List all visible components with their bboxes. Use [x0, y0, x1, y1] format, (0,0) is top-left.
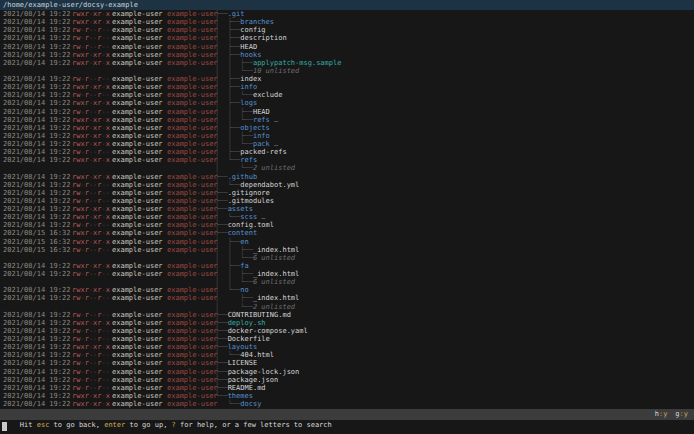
tree-cell: │ └──2 unlisted: [215, 164, 295, 172]
tree-row[interactable]: 2021/08/14 19:22rw-r--r--example-userexa…: [0, 270, 694, 278]
entry-name: objects: [240, 124, 270, 132]
owner: example-user: [112, 376, 163, 384]
tree-row[interactable]: 2021/08/14 19:22rw-r--r--example-userexa…: [0, 294, 694, 302]
tree-row[interactable]: 2021/08/14 19:22rwxr-xr-xexample-userexa…: [0, 132, 694, 140]
tree-row[interactable]: 2021/08/14 19:22rwxr-xr-xexample-userexa…: [0, 83, 694, 91]
entry-name: .github: [228, 173, 258, 181]
flag-h: h:y: [655, 410, 668, 418]
tree-row[interactable]: 2021/08/14 19:22rwxr-xr-xexample-userexa…: [0, 262, 694, 270]
tree-branch-lines: │ └──: [215, 181, 240, 189]
current-path[interactable]: /home/example-user/docsy-example: [0, 0, 694, 10]
tree-row[interactable]: 2021/08/14 19:22rw-r--r--example-userexa…: [0, 327, 694, 335]
tree-row[interactable]: 2021/08/14 19:22rw-r--r--example-userexa…: [0, 384, 694, 392]
tree-row[interactable]: 2021/08/14 19:22rwxr-xr-xexample-userexa…: [0, 140, 694, 148]
owner: example-user: [112, 75, 163, 83]
tree-row[interactable]: 2021/08/14 19:22rwxr-xr-xexample-userexa…: [0, 213, 694, 221]
modified-date: 2021/08/14 19:22: [3, 351, 70, 359]
tree-cell: ├──.github: [215, 173, 257, 181]
owner: example-user: [112, 156, 163, 164]
tree-row[interactable]: 2021/08/14 19:22rwxr-xr-xexample-userexa…: [0, 205, 694, 213]
owner: example-user: [112, 18, 163, 26]
group: example-user: [167, 270, 218, 278]
tree-branch-lines: │ ├──: [215, 148, 240, 156]
owner: example-user: [112, 83, 163, 91]
entry-name: applypatch-msg.sample: [253, 59, 342, 67]
owner: example-user: [112, 335, 163, 343]
tree-row[interactable]: 2021/08/14 19:22rwxr-xr-xexample-userexa…: [0, 59, 694, 67]
tree-row[interactable]: 2021/08/14 19:22rw-r--r--example-userexa…: [0, 368, 694, 376]
tree-row[interactable]: │ └──2 unlisted: [0, 164, 694, 172]
group: example-user: [167, 335, 218, 343]
group: example-user: [167, 246, 218, 254]
tree-row[interactable]: 2021/08/14 19:22rwxr-xr-xexample-userexa…: [0, 156, 694, 164]
tree-row[interactable]: 2021/08/14 19:22rwxr-xr-xexample-userexa…: [0, 392, 694, 400]
tree-row[interactable]: 2021/08/14 19:22rw-r--r--example-userexa…: [0, 91, 694, 99]
group: example-user: [167, 18, 218, 26]
group: example-user: [167, 400, 218, 408]
tree-row[interactable]: 2021/08/14 19:22rwxr-xr-xexample-userexa…: [0, 99, 694, 107]
tree-cell: ├──assets: [215, 205, 253, 213]
search-input[interactable]: [0, 420, 694, 434]
tree-row[interactable]: 2021/08/14 19:22rw-r--r--example-userexa…: [0, 189, 694, 197]
owner: example-user: [112, 34, 163, 42]
tree-row[interactable]: 2021/08/14 19:22rwxr-xr-xexample-userexa…: [0, 51, 694, 59]
tree-row[interactable]: 2021/08/15 16:32rwxr-xr-xexample-userexa…: [0, 238, 694, 246]
tree-branch-lines: │ └──: [215, 303, 253, 311]
entry-name: assets: [228, 205, 253, 213]
tree-row[interactable]: 2021/08/14 19:22rw-r--r--example-userexa…: [0, 148, 694, 156]
tree-row[interactable]: │ │ └──6 unlisted: [0, 278, 694, 286]
tree-cell: │ │ ├──_index.html: [215, 246, 299, 254]
tree-branch-lines: ├──: [215, 368, 228, 376]
tree-row[interactable]: 2021/08/14 19:22rwxr-xr-xexample-userexa…: [0, 343, 694, 351]
tree-cell: │ ├──description: [215, 34, 287, 42]
tree-row[interactable]: 2021/08/14 19:22rw-r--r--example-userexa…: [0, 181, 694, 189]
tree-branch-lines: │ ├──: [215, 294, 253, 302]
group: example-user: [167, 319, 218, 327]
modified-date: 2021/08/14 19:22: [3, 189, 70, 197]
modified-date: 2021/08/14 19:22: [3, 384, 70, 392]
group: example-user: [167, 197, 218, 205]
tree-row[interactable]: │ │ └──10 unlisted: [0, 67, 694, 75]
tree-row[interactable]: 2021/08/14 19:22rw-r--r--example-userexa…: [0, 43, 694, 51]
entry-name: .gitmodules: [228, 197, 274, 205]
tree-row[interactable]: 2021/08/14 19:22rw-r--r--example-userexa…: [0, 75, 694, 83]
tree-row[interactable]: 2021/08/14 19:22rw-r--r--example-userexa…: [0, 221, 694, 229]
tree-row[interactable]: 2021/08/14 19:22rwxr-xr-xexample-userexa…: [0, 400, 694, 408]
tree-row[interactable]: 2021/08/14 19:22rw-r--r--example-userexa…: [0, 359, 694, 367]
tree-row[interactable]: 2021/08/14 19:22rw-r--r--example-userexa…: [0, 34, 694, 42]
group: example-user: [167, 108, 218, 116]
tree-row[interactable]: 2021/08/14 19:22rw-r--r--example-userexa…: [0, 197, 694, 205]
owner: example-user: [112, 59, 163, 67]
tree-row[interactable]: 2021/08/14 19:22rwxr-xr-xexample-userexa…: [0, 10, 694, 18]
tree-branch-lines: │ │ ├──: [215, 108, 253, 116]
tree-row[interactable]: │ │ └──6 unlisted: [0, 254, 694, 262]
tree-row[interactable]: 2021/08/14 19:22rw-r--r--example-userexa…: [0, 335, 694, 343]
entry-name: packed-refs: [240, 148, 286, 156]
tree-row[interactable]: 2021/08/14 19:22rwxr-xr-xexample-userexa…: [0, 116, 694, 124]
tree-row[interactable]: │ └──2 unlisted: [0, 303, 694, 311]
tree-row[interactable]: 2021/08/14 19:22rwxr-xr-xexample-userexa…: [0, 319, 694, 327]
owner: example-user: [112, 51, 163, 59]
owner: example-user: [112, 116, 163, 124]
tree-row[interactable]: 2021/08/14 19:22rw-r--r--example-userexa…: [0, 108, 694, 116]
tree-row[interactable]: 2021/08/14 19:22rw-r--r--example-userexa…: [0, 26, 694, 34]
tree-row[interactable]: 2021/08/14 19:22rw-r--r--example-userexa…: [0, 351, 694, 359]
tree-row[interactable]: 2021/08/14 19:22rwxr-xr-xexample-userexa…: [0, 124, 694, 132]
modified-date: 2021/08/14 19:22: [3, 51, 70, 59]
tree-row[interactable]: 2021/08/15 16:32rwxr-xr-xexample-userexa…: [0, 229, 694, 237]
permissions: rwxr-xr-x: [72, 156, 110, 164]
tree-row[interactable]: 2021/08/15 16:32rw-r--r--example-userexa…: [0, 246, 694, 254]
permissions: rw-r--r--: [72, 327, 110, 335]
tree-row[interactable]: 2021/08/14 19:22rwxr-xr-xexample-userexa…: [0, 173, 694, 181]
owner: example-user: [112, 327, 163, 335]
modified-date: 2021/08/14 19:22: [3, 213, 70, 221]
permissions: rw-r--r--: [72, 246, 110, 254]
tree-row[interactable]: 2021/08/14 19:22rwxr-xr-xexample-userexa…: [0, 18, 694, 26]
tree-row[interactable]: 2021/08/14 19:22rw-r--r--example-userexa…: [0, 311, 694, 319]
tree-row[interactable]: 2021/08/14 19:22rwxr-xr-xexample-userexa…: [0, 286, 694, 294]
permissions: rwxr-xr-x: [72, 10, 110, 18]
tree-branch-lines: ├──: [215, 343, 228, 351]
tree-row[interactable]: 2021/08/14 19:22rw-r--r--example-userexa…: [0, 376, 694, 384]
group: example-user: [167, 140, 218, 148]
tree-branch-lines: │ ├──: [215, 124, 240, 132]
